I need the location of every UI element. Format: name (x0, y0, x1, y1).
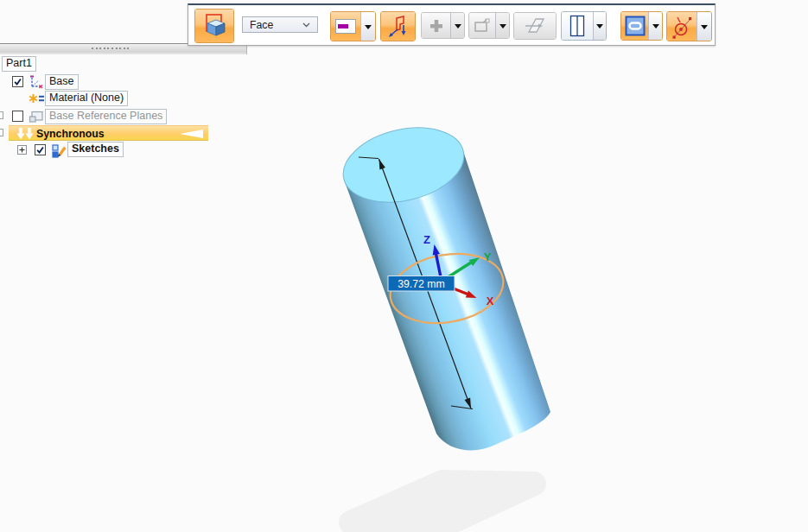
add-button[interactable] (421, 12, 465, 39)
copy-icon (473, 16, 492, 35)
dimension-value: 39.72 mm (398, 278, 445, 290)
face-style-button[interactable] (330, 11, 376, 41)
slot-button[interactable] (620, 11, 663, 41)
copy-button[interactable] (468, 12, 510, 39)
copy-dropdown-arrow[interactable] (495, 13, 509, 38)
dimension-value-box[interactable]: 39.72 mm (388, 276, 455, 292)
slot-dropdown-arrow[interactable] (648, 12, 662, 40)
synchronous-arrows-icon (16, 128, 35, 141)
box-plane-icon (201, 13, 227, 39)
radial-dimension-icon (670, 14, 694, 40)
collapse-arrow[interactable] (180, 130, 203, 138)
tree-item-base-reference-planes[interactable]: Base Reference Planes (45, 109, 167, 124)
plus-expander-icon (18, 146, 26, 154)
axis-label-z: Z (423, 233, 430, 246)
dimension-button[interactable] (666, 11, 712, 41)
slot-icon (625, 16, 646, 36)
coordinate-system-icon (29, 75, 44, 89)
selection-type-select[interactable]: Face (242, 16, 318, 33)
base-checkbox[interactable] (12, 76, 23, 87)
style-swatch-icon (335, 19, 356, 34)
viewport-3d: Y Z X 39.72 mm (0, 0, 808, 532)
move-face-button[interactable] (380, 11, 416, 41)
selection-type-value: Face (243, 19, 302, 31)
sketches-checkbox[interactable] (35, 144, 46, 155)
mirror-plane-icon (523, 16, 547, 36)
tree-item-material[interactable]: Material (None) (45, 91, 128, 106)
pathfinder-tab-part1[interactable]: Part1 (2, 56, 36, 72)
chevron-down-icon (302, 22, 310, 28)
material-icon (29, 92, 44, 105)
tree-item-base[interactable]: Base (45, 74, 79, 90)
check-icon (13, 77, 22, 86)
cylinder-shadow (351, 482, 534, 529)
view-split-button[interactable] (561, 11, 607, 41)
tree-item-synchronous[interactable]: Synchronous (9, 125, 208, 141)
view-split-dropdown-arrow[interactable] (593, 12, 606, 40)
axis-label-x: X (487, 294, 494, 307)
reference-planes-icon (29, 110, 44, 124)
plus-icon (429, 18, 444, 34)
mirror-button[interactable] (513, 12, 557, 40)
check-icon-2 (35, 145, 45, 155)
application-window: Y Z X 39.72 mm (0, 0, 808, 532)
split-rect-icon (569, 15, 585, 37)
base-reference-planes-checkbox[interactable] (12, 111, 23, 122)
face-style-dropdown-arrow[interactable] (360, 12, 375, 41)
synchronous-label: Synchronous (36, 128, 105, 140)
move-face-icon (386, 15, 410, 39)
dimension-dropdown-arrow[interactable] (697, 12, 711, 41)
tree-expander-partial[interactable] (0, 111, 3, 119)
drag-handle-dots-icon (92, 48, 129, 49)
tree-expander-partial-2[interactable] (0, 129, 3, 136)
sketch-icon (52, 143, 67, 158)
quick-bar: Face (188, 3, 716, 46)
tree-item-sketches[interactable]: Sketches (67, 142, 124, 157)
select-box-button[interactable] (194, 9, 234, 43)
add-dropdown-arrow[interactable] (450, 13, 464, 38)
sketches-expand-button[interactable] (17, 145, 27, 155)
axis-label-y: Y (484, 250, 492, 263)
